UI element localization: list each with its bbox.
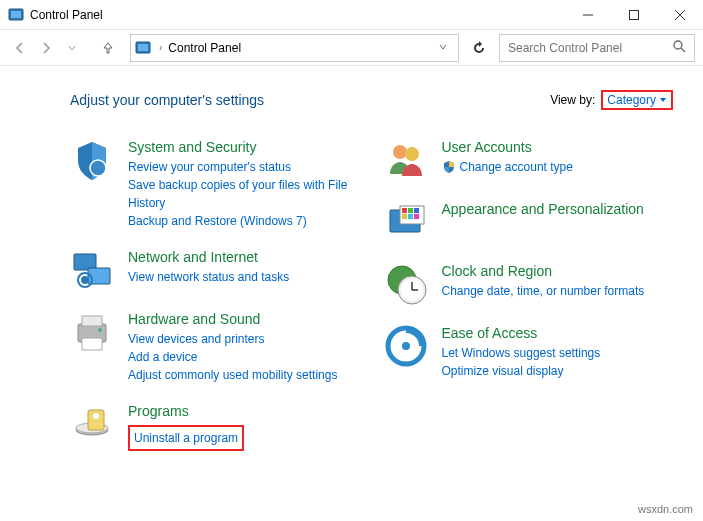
viewby-label: View by: bbox=[550, 93, 595, 107]
svg-point-23 bbox=[393, 145, 407, 159]
network-icon bbox=[70, 248, 114, 292]
svg-point-10 bbox=[90, 160, 106, 176]
content: Adjust your computer's settings View by:… bbox=[0, 66, 703, 471]
category-title[interactable]: User Accounts bbox=[442, 138, 674, 156]
categories: System and Security Review your computer… bbox=[70, 138, 673, 451]
svg-rect-1 bbox=[11, 11, 21, 18]
nav-arrows bbox=[8, 36, 84, 60]
refresh-button[interactable] bbox=[463, 34, 495, 62]
category-network: Network and Internet View network status… bbox=[70, 248, 360, 292]
category-system-security: System and Security Review your computer… bbox=[70, 138, 360, 230]
category-link[interactable]: Adjust commonly used mobility settings bbox=[128, 366, 360, 384]
forward-button[interactable] bbox=[34, 36, 58, 60]
category-title[interactable]: Appearance and Personalization bbox=[442, 200, 674, 218]
svg-rect-17 bbox=[82, 338, 102, 350]
svg-rect-7 bbox=[138, 44, 148, 51]
programs-icon bbox=[70, 402, 114, 446]
appearance-icon bbox=[384, 200, 428, 244]
category-link[interactable]: Save backup copies of your files with Fi… bbox=[128, 176, 360, 212]
category-title[interactable]: System and Security bbox=[128, 138, 360, 156]
control-panel-icon bbox=[8, 7, 24, 23]
svg-point-22 bbox=[93, 413, 99, 419]
left-column: System and Security Review your computer… bbox=[70, 138, 360, 451]
category-link[interactable]: Change account type bbox=[460, 158, 573, 176]
viewby-value: Category bbox=[607, 93, 656, 107]
category-appearance: Appearance and Personalization bbox=[384, 200, 674, 244]
category-title[interactable]: Programs bbox=[128, 402, 360, 420]
page-heading: Adjust your computer's settings bbox=[70, 92, 264, 108]
category-title[interactable]: Clock and Region bbox=[442, 262, 674, 280]
user-accounts-icon bbox=[384, 138, 428, 182]
uninstall-program-link[interactable]: Uninstall a program bbox=[128, 425, 244, 451]
svg-rect-30 bbox=[402, 214, 407, 219]
chevron-down-icon bbox=[659, 96, 667, 104]
category-link[interactable]: View devices and printers bbox=[128, 330, 360, 348]
category-programs: Programs Uninstall a program bbox=[70, 402, 360, 450]
category-link[interactable]: Let Windows suggest settings bbox=[442, 344, 674, 362]
window-title: Control Panel bbox=[30, 8, 103, 22]
svg-rect-31 bbox=[408, 214, 413, 219]
category-link[interactable]: Review your computer's status bbox=[128, 158, 360, 176]
recent-dropdown[interactable] bbox=[60, 36, 84, 60]
uac-shield-icon bbox=[442, 160, 456, 174]
printer-icon bbox=[70, 310, 114, 354]
search-icon bbox=[672, 39, 686, 56]
chevron-right-icon: › bbox=[159, 42, 162, 53]
svg-rect-16 bbox=[82, 316, 102, 326]
category-title[interactable]: Hardware and Sound bbox=[128, 310, 360, 328]
address-dropdown[interactable] bbox=[432, 41, 454, 55]
svg-point-24 bbox=[405, 147, 419, 161]
minimize-button[interactable] bbox=[565, 0, 611, 30]
ease-of-access-icon bbox=[384, 324, 428, 368]
address-text: Control Panel bbox=[168, 41, 426, 55]
svg-point-18 bbox=[98, 328, 102, 332]
content-header: Adjust your computer's settings View by:… bbox=[70, 90, 673, 110]
category-hardware: Hardware and Sound View devices and prin… bbox=[70, 310, 360, 384]
maximize-button[interactable] bbox=[611, 0, 657, 30]
category-user-accounts: User Accounts Change account type bbox=[384, 138, 674, 182]
svg-rect-29 bbox=[414, 208, 419, 213]
right-column: User Accounts Change account type Appear… bbox=[384, 138, 674, 451]
search-input[interactable] bbox=[508, 41, 672, 55]
address-icon bbox=[135, 40, 153, 56]
category-link[interactable]: Change date, time, or number formats bbox=[442, 282, 674, 300]
category-link[interactable]: Backup and Restore (Windows 7) bbox=[128, 212, 360, 230]
svg-rect-3 bbox=[630, 10, 639, 19]
titlebar: Control Panel bbox=[0, 0, 703, 30]
category-title[interactable]: Network and Internet bbox=[128, 248, 360, 266]
watermark: wsxdn.com bbox=[638, 503, 693, 515]
category-ease-of-access: Ease of Access Let Windows suggest setti… bbox=[384, 324, 674, 380]
svg-rect-28 bbox=[408, 208, 413, 213]
svg-rect-32 bbox=[414, 214, 419, 219]
svg-point-14 bbox=[81, 276, 89, 284]
address-bar[interactable]: › Control Panel bbox=[130, 34, 459, 62]
category-link[interactable]: View network status and tasks bbox=[128, 268, 360, 286]
shield-icon bbox=[70, 138, 114, 182]
svg-line-9 bbox=[681, 48, 685, 52]
svg-point-39 bbox=[402, 342, 410, 350]
search-box[interactable] bbox=[499, 34, 695, 62]
window-controls bbox=[565, 0, 703, 30]
category-link[interactable]: Add a device bbox=[128, 348, 360, 366]
category-clock-region: Clock and Region Change date, time, or n… bbox=[384, 262, 674, 306]
clock-icon bbox=[384, 262, 428, 306]
view-by: View by: Category bbox=[550, 90, 673, 110]
titlebar-left: Control Panel bbox=[8, 7, 103, 23]
svg-point-8 bbox=[674, 41, 682, 49]
svg-rect-27 bbox=[402, 208, 407, 213]
viewby-dropdown[interactable]: Category bbox=[601, 90, 673, 110]
navbar: › Control Panel bbox=[0, 30, 703, 66]
up-button[interactable] bbox=[96, 36, 120, 60]
category-link[interactable]: Optimize visual display bbox=[442, 362, 674, 380]
category-title[interactable]: Ease of Access bbox=[442, 324, 674, 342]
back-button[interactable] bbox=[8, 36, 32, 60]
close-button[interactable] bbox=[657, 0, 703, 30]
